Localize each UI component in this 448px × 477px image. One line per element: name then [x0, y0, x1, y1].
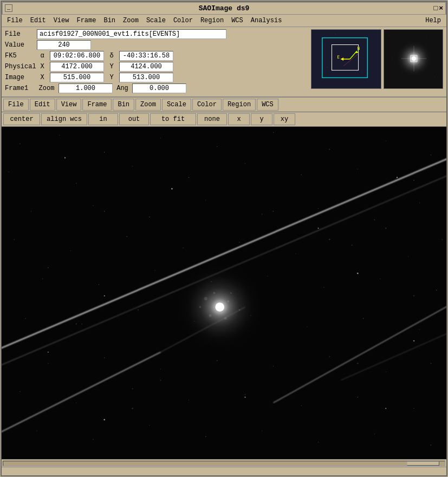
svg-point-7 — [370, 56, 371, 57]
toolbar-bin[interactable]: Bin — [113, 99, 134, 111]
svg-point-68 — [70, 250, 71, 251]
menu-region[interactable]: Region — [197, 16, 227, 25]
dec-value: -40:33:16.58 — [119, 51, 173, 61]
svg-point-125 — [413, 340, 414, 341]
zoom-y[interactable]: y — [251, 113, 272, 125]
scroll-thumb[interactable] — [407, 461, 439, 466]
file-label: File — [5, 30, 35, 38]
svg-point-108 — [414, 408, 414, 409]
svg-point-26 — [386, 46, 387, 46]
menu-view[interactable]: View — [50, 16, 73, 25]
svg-point-100 — [431, 363, 431, 364]
menu-scale[interactable]: Scale — [143, 16, 169, 25]
menu-zoom[interactable]: Zoom — [120, 16, 142, 25]
toolbar-wcs[interactable]: WCS — [257, 99, 278, 111]
menu-edit[interactable]: Edit — [27, 16, 49, 25]
menu-analysis[interactable]: Analysis — [248, 16, 285, 25]
menu-frame[interactable]: Frame — [73, 16, 99, 25]
svg-point-147 — [199, 306, 201, 308]
svg-point-23 — [411, 34, 411, 34]
ra-value: 09:02:06.800 — [50, 51, 104, 61]
zoom-out[interactable]: out — [119, 113, 149, 125]
svg-point-156 — [413, 295, 414, 296]
svg-point-5 — [365, 36, 365, 36]
image-y: 513.000 — [119, 73, 173, 82]
svg-point-59 — [31, 211, 31, 211]
svg-point-122 — [104, 295, 105, 296]
svg-point-155 — [48, 267, 49, 268]
zoom-align-wcs[interactable]: align wcs — [41, 113, 87, 125]
svg-point-154 — [357, 363, 358, 364]
zoom-to-fit[interactable]: to fit — [150, 113, 196, 125]
delta-symbol: δ — [106, 52, 117, 60]
y-label1: Y — [106, 63, 117, 70]
zoom-none[interactable]: none — [197, 113, 227, 125]
svg-point-103 — [132, 388, 133, 389]
restore-icon[interactable]: □ — [433, 4, 438, 12]
svg-point-111 — [93, 439, 93, 440]
zoom-center[interactable]: center — [3, 113, 40, 125]
menu-file[interactable]: File — [4, 16, 26, 25]
svg-point-75 — [441, 239, 442, 240]
svg-point-78 — [155, 270, 155, 270]
menu-wcs[interactable]: WCS — [228, 16, 246, 25]
image-area[interactable] — [2, 127, 446, 459]
zoom-xy[interactable]: xy — [274, 113, 295, 125]
zoom-label: Zoom — [37, 85, 56, 92]
toolbar-zoom[interactable]: Zoom — [135, 99, 161, 111]
close-icon[interactable]: × — [439, 4, 443, 12]
window-title: SAOImage ds9 — [199, 4, 250, 12]
svg-point-123 — [357, 273, 358, 274]
svg-point-9 — [362, 72, 362, 73]
svg-point-31 — [394, 80, 395, 81]
horizontal-scrollbar[interactable] — [2, 459, 446, 467]
toolbar-frame[interactable]: Frame — [82, 99, 112, 111]
svg-point-50 — [9, 172, 9, 172]
minimize-icon[interactable]: _ — [5, 4, 12, 12]
svg-point-74 — [408, 256, 408, 256]
toolbar-color[interactable]: Color — [192, 99, 222, 111]
scroll-track[interactable] — [3, 461, 445, 466]
svg-point-54 — [245, 163, 245, 164]
menu-bin[interactable]: Bin — [100, 16, 119, 25]
toolbar-edit[interactable]: Edit — [30, 99, 55, 111]
value-value: 240 — [37, 40, 91, 50]
toolbar-scale[interactable]: Scale — [162, 99, 191, 111]
svg-point-142 — [224, 317, 227, 320]
svg-point-73 — [352, 244, 352, 245]
svg-point-118 — [64, 157, 66, 158]
svg-point-141 — [204, 297, 207, 300]
svg-point-8 — [327, 67, 328, 67]
svg-point-21 — [389, 35, 389, 35]
svg-point-41 — [20, 144, 20, 144]
svg-point-72 — [295, 253, 296, 254]
zoom-in[interactable]: in — [88, 113, 118, 125]
svg-point-61 — [149, 217, 150, 217]
file-value: acisf01927_000N001_evt1.fits[EVENTS] — [37, 29, 226, 39]
svg-point-144 — [227, 300, 229, 302]
svg-point-126 — [244, 397, 245, 398]
svg-point-102 — [76, 403, 76, 403]
menu-help[interactable]: Help — [422, 16, 444, 25]
toolbar-file[interactable]: File — [3, 99, 29, 111]
svg-point-53 — [189, 177, 189, 178]
svg-point-119 — [171, 188, 172, 189]
svg-point-81 — [323, 287, 324, 287]
svg-point-52 — [132, 166, 133, 166]
fk5-label: FK5 — [5, 52, 35, 60]
toolbar-region[interactable]: Region — [223, 99, 256, 111]
svg-point-43 — [104, 152, 105, 152]
svg-point-76 — [42, 279, 43, 279]
svg-point-95 — [160, 369, 161, 369]
menu-color[interactable]: Color — [170, 16, 196, 25]
status-bar — [2, 467, 446, 475]
svg-point-27 — [392, 59, 392, 59]
svg-point-60 — [93, 205, 93, 206]
svg-point-32 — [416, 83, 417, 83]
svg-point-66 — [419, 203, 420, 203]
zoom-x[interactable]: x — [228, 113, 250, 125]
ang-label: Ang — [115, 85, 130, 92]
toolbar-view[interactable]: View — [56, 99, 82, 111]
title-bar: _ SAOImage ds9 □ × — [2, 2, 446, 15]
svg-point-114 — [262, 431, 262, 431]
